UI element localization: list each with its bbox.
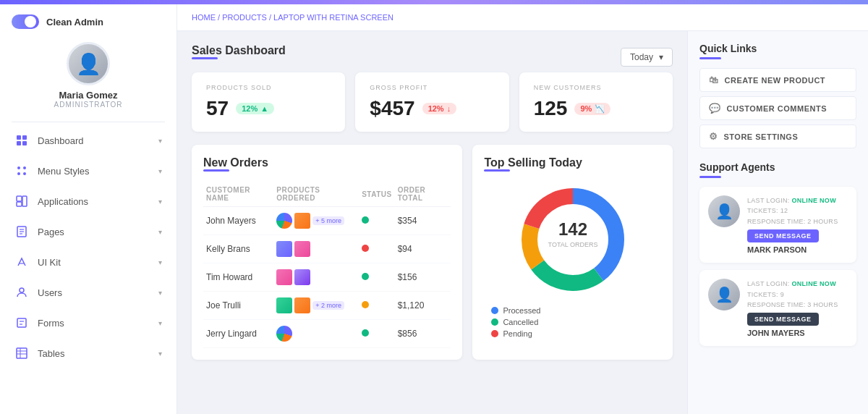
order-total-3: $1,120 — [395, 292, 451, 320]
svg-rect-3 — [22, 141, 27, 145]
sidebar-label-dashboard: Dashboard — [38, 135, 84, 146]
sidebar-header: Clean Admin — [0, 4, 176, 36]
breadcrumb-products[interactable]: PRODUCTS — [222, 13, 267, 22]
agent-response-john: 3 HOURS — [807, 301, 838, 308]
sidebar-label-pages: Pages — [38, 227, 64, 237]
today-label: Today — [630, 52, 653, 62]
store-settings-label: STORE SETTINGS — [724, 132, 799, 141]
customer-name-1: Kelly Brans — [203, 235, 273, 263]
status-dot-green — [362, 216, 369, 224]
sidebar-item-pages[interactable]: Pages ▾ — [0, 216, 176, 247]
product-thumb-2 — [276, 269, 356, 285]
sidebar-item-tables[interactable]: Tables ▾ — [0, 338, 176, 368]
thumb-pink — [294, 241, 310, 257]
top-selling-underline — [484, 169, 510, 172]
sidebar-label-applications: Applications — [38, 196, 88, 207]
sidebar-item-forms[interactable]: Forms ▾ — [0, 308, 176, 338]
customer-comments-button[interactable]: 💬 CUSTOMER COMMENTS — [699, 96, 856, 120]
agent-tickets-mark: 12 — [780, 207, 788, 214]
svg-rect-2 — [17, 141, 21, 145]
orders-underline — [203, 169, 229, 172]
agent-avatar-mark: 👤 — [708, 195, 740, 227]
donut-chart: 142 TOTAL ORDERS — [515, 182, 631, 297]
breadcrumb-sep2: / — [269, 13, 271, 22]
legend-label-cancelled: Cancelled — [503, 318, 538, 326]
donut-total-label: TOTAL ORDERS — [548, 241, 597, 248]
agent-card-john: 👤 LAST LOGIN: ONLINE NOW TICKETS: 9 RESP… — [699, 270, 856, 346]
store-settings-button[interactable]: ⚙ STORE SETTINGS — [699, 124, 856, 148]
sidebar-item-menu-styles[interactable]: Menu Styles ▾ — [0, 156, 176, 186]
sidebar-label-ui-kit: UI Kit — [38, 257, 61, 268]
table-row: John Mayers + 5 more $354 — [203, 207, 451, 235]
avatar-icon: 👤 — [76, 52, 101, 76]
agent-card-mark: 👤 LAST LOGIN: ONLINE NOW TICKETS: 12 RES… — [699, 187, 856, 263]
send-message-mark-button[interactable]: SEND MESSAGE — [747, 229, 819, 242]
stat-value-gross-profit: $457 — [370, 97, 414, 120]
customer-name-2: Tim Howard — [203, 263, 273, 292]
col-customer-name: CUSTOMER NAME — [203, 182, 273, 207]
stat-value-products-sold: 57 — [206, 97, 229, 120]
col-order-total: ORDER TOTAL — [395, 182, 451, 207]
brand-name: Clean Admin — [46, 17, 103, 28]
svg-rect-20 — [17, 348, 27, 358]
create-product-label: CREATE NEW PRODUCT — [725, 76, 826, 85]
dashboard-title-group: Sales Dashboard — [192, 44, 286, 69]
table-row: Kelly Brans $94 — [203, 235, 451, 263]
stat-badge-gross-profit: 12% ↓ — [422, 103, 457, 114]
sidebar-label-menu-styles: Menu Styles — [38, 166, 90, 177]
legend-processed: Processed — [491, 306, 540, 315]
svg-rect-9 — [17, 202, 22, 206]
chevron-icon: ▾ — [158, 319, 162, 327]
orders-table: CUSTOMER NAME PRODUCTS ORDERED STATUS OR… — [203, 182, 451, 348]
create-new-product-button[interactable]: 🛍 CREATE NEW PRODUCT — [699, 68, 856, 92]
donut-container: 142 TOTAL ORDERS Processed Ca — [484, 182, 661, 338]
order-total-1: $94 — [395, 235, 451, 263]
stat-label-new-customers: NEW CUSTOMERS — [534, 84, 658, 91]
agent-response-mark: 2 HOURS — [807, 218, 838, 225]
sidebar-item-dashboard[interactable]: Dashboard ▾ — [0, 125, 176, 156]
chevron-icon: ▾ — [158, 228, 162, 236]
legend-cancelled: Cancelled — [491, 318, 540, 326]
stat-card-products-sold: PRODUCTS SOLD 57 12% ▲ — [192, 72, 345, 132]
content-body: Sales Dashboard Today ▾ PRODUCTS SOLD 57 — [177, 31, 868, 414]
stat-label-products-sold: PRODUCTS SOLD — [206, 84, 331, 91]
profile-name: Maria Gomez — [59, 90, 118, 101]
legend-dot-cancelled — [491, 318, 498, 326]
support-agents-title: Support Agents — [699, 161, 856, 173]
toggle-switch[interactable] — [12, 14, 39, 29]
sales-dashboard-title: Sales Dashboard — [192, 44, 286, 57]
legend-label-processed: Processed — [503, 306, 540, 315]
sidebar-divider — [12, 122, 165, 122]
svg-rect-17 — [17, 318, 26, 327]
customer-comments-label: CUSTOMER COMMENTS — [727, 104, 827, 113]
product-icon: 🛍 — [709, 75, 719, 85]
today-dropdown[interactable]: Today ▾ — [621, 48, 673, 67]
svg-rect-8 — [17, 196, 22, 201]
stat-value-row: 57 12% ▲ — [206, 97, 331, 120]
chevron-icon: ▾ — [158, 137, 162, 145]
table-row: Joe Trulli + 2 more $1,120 — [203, 292, 451, 320]
sidebar-item-ui-kit[interactable]: UI Kit ▾ — [0, 247, 176, 277]
chevron-icon: ▾ — [158, 350, 162, 358]
col-status: STATUS — [359, 182, 395, 207]
thumb-pie2 — [276, 326, 292, 342]
svg-point-16 — [20, 288, 24, 292]
svg-point-6 — [17, 172, 20, 175]
breadcrumb-current: LAPTOP WITH RETINA SCREEN — [273, 13, 393, 22]
avatar: 👤 — [67, 42, 110, 85]
forms-icon — [14, 316, 29, 330]
support-agents-underline — [699, 176, 721, 178]
thumb-orange — [294, 213, 310, 229]
legend-dot-pending — [491, 330, 498, 337]
sidebar-item-applications[interactable]: Applications ▾ — [0, 186, 176, 216]
svg-point-5 — [23, 166, 26, 169]
top-selling-panel: Top Selling Today 142 TOTAL ORDERS — [472, 145, 673, 360]
quick-links-underline — [699, 57, 721, 59]
settings-icon: ⚙ — [709, 131, 718, 142]
content-area: HOME / PRODUCTS / LAPTOP WITH RETINA SCR… — [177, 4, 868, 414]
sidebar-item-users[interactable]: Users ▾ — [0, 277, 176, 308]
breadcrumb-home[interactable]: HOME — [192, 13, 216, 22]
stat-value-row-profit: $457 12% ↓ — [370, 97, 494, 120]
profile-role: Administrator — [54, 101, 123, 109]
send-message-john-button[interactable]: SEND MESSAGE — [747, 313, 819, 326]
